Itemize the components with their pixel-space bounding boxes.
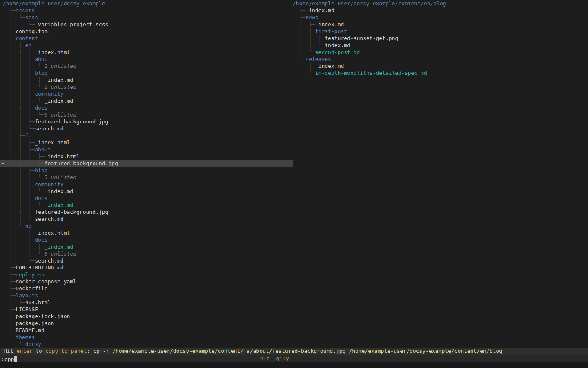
tree-row[interactable]: │ │ │ └─9 unlisted (0, 111, 293, 118)
file-entry[interactable]: index.md (325, 42, 350, 48)
file-entry[interactable]: package.json (16, 320, 54, 326)
file-entry[interactable]: search.md (35, 126, 63, 132)
dir-entry[interactable]: about (35, 56, 51, 62)
file-entry-exec[interactable]: in-depth-monoliths-detailed-spec.md (315, 70, 427, 76)
tree-row[interactable]: │ └─404.html (0, 299, 293, 306)
unlisted-count[interactable]: 3 unlisted (45, 174, 76, 180)
file-entry[interactable]: featured-background.jpg (35, 209, 108, 215)
input-bar[interactable]: :cpph:n gi:y (0, 355, 588, 362)
file-entry[interactable]: config.toml (16, 28, 51, 34)
tree-row[interactable]: │ ├─_index.md (290, 21, 588, 28)
tree-row[interactable]: │ │ ├─_index.html (0, 49, 293, 56)
file-entry[interactable]: 404.html (25, 299, 51, 305)
tree-row[interactable]: ├─LICENSE (0, 306, 293, 313)
file-entry[interactable]: README.md (16, 327, 44, 333)
dir-entry[interactable]: releases (305, 56, 331, 62)
dir-entry[interactable]: themes (16, 334, 35, 340)
tree-row[interactable]: │ │ │ └─_index.md (0, 97, 293, 104)
dir-entry[interactable]: community (35, 91, 63, 97)
tree-row[interactable]: │ │ ├─community (0, 90, 293, 97)
file-entry[interactable]: package-lock.json (16, 313, 70, 319)
tree-row[interactable]: ├─config.toml (0, 28, 293, 35)
file-entry[interactable]: _index.html (35, 139, 70, 146)
file-entry[interactable]: _index.md (315, 21, 344, 27)
tree-row[interactable]: ├─package-lock.json (0, 313, 293, 320)
file-entry[interactable]: _index.html (35, 49, 70, 55)
file-entry[interactable]: _index.html (45, 153, 80, 159)
dir-entry[interactable]: blog (35, 70, 47, 76)
tree-row[interactable]: │ └─second-post.md (290, 49, 588, 56)
file-entry[interactable]: search.md (35, 216, 63, 222)
tree-row[interactable]: ├─Dockerfile (0, 285, 293, 292)
file-entry-exec[interactable]: second-post.md (315, 49, 360, 55)
dir-entry[interactable]: layouts (16, 292, 38, 298)
dir-entry[interactable]: en (25, 42, 32, 48)
tree-row[interactable]: │ └─scss (0, 14, 293, 21)
tree-row[interactable]: ├─package.json (0, 320, 293, 327)
file-entry[interactable]: _index.md (45, 188, 73, 194)
tree-row[interactable]: ├─README.md (0, 327, 293, 334)
tree-row[interactable]: │ │ └─search.md (0, 215, 293, 222)
dir-entry[interactable]: community (35, 181, 63, 187)
tree-row[interactable]: │ └─search.md (0, 257, 293, 264)
tree-row[interactable]: │ ├─_index.html (0, 229, 293, 236)
tree-row[interactable]: ├─layouts (0, 292, 293, 299)
file-entry[interactable]: featured-background.jpg (45, 160, 118, 166)
tree-row[interactable]: │ │ ├─docs (0, 104, 293, 111)
dir-entry[interactable]: first-post (315, 28, 347, 34)
file-entry[interactable]: _index.md (305, 7, 334, 13)
file-entry[interactable]: Dockerfile (16, 285, 47, 292)
unlisted-count[interactable]: 2 unlisted (45, 84, 76, 90)
tree-row[interactable]: │ ├─first-post (290, 28, 588, 35)
file-entry[interactable]: _variables_project.scss (35, 21, 108, 27)
tree-row[interactable]: │ │ │ └─2 unlisted (0, 63, 293, 70)
tree-row[interactable]: └─releases (290, 56, 588, 63)
dir-entry[interactable]: fa (25, 132, 32, 139)
tree-row[interactable]: └─themes (0, 334, 293, 341)
file-entry[interactable]: LICENSE (16, 306, 38, 312)
file-entry[interactable]: _index.md (45, 98, 73, 104)
panel-left-path-title[interactable]: /home/example-user/docsy-example (0, 0, 293, 7)
dir-entry[interactable]: docs (35, 195, 47, 201)
tree-row[interactable]: │ │ │ └─3 unlisted (0, 174, 293, 181)
tree-row[interactable]: │ │ └─search.md (0, 125, 293, 132)
dir-entry[interactable]: about (35, 146, 51, 153)
unlisted-count[interactable]: 9 unlisted (45, 112, 76, 118)
file-entry-exec[interactable]: deploy.sh (16, 272, 44, 278)
tree-row[interactable]: ├─news (290, 14, 588, 21)
dir-entry[interactable]: assets (16, 7, 35, 13)
tree-row[interactable]: ├─deploy.sh (0, 271, 293, 278)
tree-row[interactable]: │ ├─fa (0, 132, 293, 139)
tree-row[interactable]: │ │ ├─_index.md (0, 243, 293, 250)
tree-row[interactable]: │ │ ├─featured-background.jpg (0, 209, 293, 215)
tree-row[interactable]: └─in-depth-monoliths-detailed-spec.md (290, 70, 588, 76)
unlisted-count[interactable]: 5 unlisted (45, 251, 76, 257)
dir-entry[interactable]: news (305, 14, 318, 20)
tree-row[interactable]: │ └─no (0, 222, 293, 229)
tree-row[interactable]: │ │ ├─blog (0, 70, 293, 76)
tree-row[interactable]: │ │ ├─featured-background.jpg (0, 118, 293, 125)
file-entry[interactable]: docker-compose.yaml (16, 278, 76, 285)
file-entry-exec[interactable]: _index.md (45, 202, 73, 208)
tree-row[interactable]: ├─assets (0, 7, 293, 14)
tree-row[interactable]: │ │ │ ├─_index.md (0, 76, 293, 83)
dir-entry[interactable]: docs (35, 237, 47, 243)
tree-row-selected[interactable]: ▶ │ │ │ └─featured-background.jpg (0, 160, 293, 167)
tree-row[interactable]: │ ├─en (0, 42, 293, 49)
dir-entry[interactable]: docsy (25, 341, 41, 347)
tree-row[interactable]: │ │ │ ├─_index.html (0, 153, 293, 160)
dir-entry[interactable]: scss (25, 14, 38, 20)
tree-row[interactable]: │ │ ├─_index.html (0, 139, 293, 146)
tree-row[interactable]: │ │ │ └─_index.md (0, 188, 293, 195)
unlisted-count[interactable]: 2 unlisted (45, 63, 76, 69)
dir-entry[interactable]: content (16, 35, 38, 41)
file-entry[interactable]: _index.html (35, 230, 70, 236)
tree-row[interactable]: │ │ ├─community (0, 181, 293, 188)
dir-entry[interactable]: no (25, 223, 32, 229)
tree-row[interactable]: │ │ └─5 unlisted (0, 250, 293, 257)
tree-row[interactable]: │ │ ├─about (0, 56, 293, 63)
tree-row[interactable]: │ │ ├─docs (0, 195, 293, 202)
tree-row[interactable]: └─docsy (0, 341, 293, 348)
dir-entry[interactable]: docs (35, 105, 47, 111)
tree-row[interactable]: │ │ ├─about (0, 146, 293, 153)
